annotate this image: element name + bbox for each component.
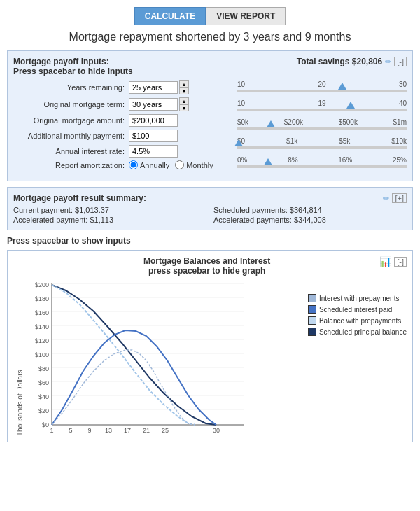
- original-term-row: Original mortgage term: ▲ ▼: [13, 97, 230, 111]
- legend-label-4: Scheduled principal balance: [319, 328, 407, 336]
- original-term-slider-track[interactable]: [237, 108, 407, 111]
- interest-rate-slider-row: 0% 8% 16% 25%: [237, 156, 407, 169]
- additional-payment-slider-thumb[interactable]: [234, 139, 243, 146]
- additional-payment-field: [129, 130, 178, 142]
- years-remaining-slider-track[interactable]: [237, 90, 407, 92]
- current-payment-label: Current payment:: [13, 206, 73, 214]
- interest-rate-slider-labels: 0% 8% 16% 25%: [237, 156, 407, 164]
- svg-text:25: 25: [162, 427, 169, 434]
- total-savings-text: Total savings $20,806: [297, 57, 383, 66]
- ir-mid1: 8%: [288, 156, 298, 164]
- years-remaining-down[interactable]: ▼: [179, 88, 189, 94]
- current-payment-value: $1,013.37: [75, 206, 109, 214]
- chart-title-line1: Mortgage Balances and Interest: [34, 256, 379, 266]
- accelerated-payments-value: $344,008: [294, 216, 326, 224]
- report-amortization-row: Report amortization: Annually Monthly: [13, 160, 230, 169]
- result-edit-icon[interactable]: ✏: [383, 194, 389, 203]
- accelerated-payments-label: Accelerated payments:: [214, 216, 292, 224]
- y-axis-label: Thousands of Dollars: [13, 280, 24, 436]
- yr-max: 30: [399, 80, 407, 88]
- chart-container: Thousands of Dollars $200 $180 $160 $140…: [13, 280, 407, 436]
- legend-item-2: Scheduled interest paid: [308, 305, 407, 314]
- legend-color-3: [308, 316, 316, 325]
- original-term-input[interactable]: [129, 98, 178, 111]
- chart-icons: 📊 [-]: [379, 256, 407, 267]
- inputs-subtitle: Press spacebar to hide inputs: [13, 66, 133, 76]
- ot-max: 40: [399, 99, 407, 107]
- interest-rate-slider-track[interactable]: [237, 165, 407, 168]
- accelerated-payment-value: $1,113: [90, 216, 113, 224]
- view-report-button[interactable]: VIEW REPORT: [206, 7, 286, 25]
- svg-text:$20: $20: [38, 407, 49, 414]
- svg-text:9: 9: [88, 427, 91, 434]
- result-grid: Current payment: $1,013.37 Scheduled pay…: [13, 206, 407, 224]
- result-expand-icon[interactable]: [+]: [392, 193, 407, 203]
- report-amortization-label: Report amortization:: [13, 161, 129, 169]
- mortgage-amount-slider-track[interactable]: [237, 127, 407, 130]
- mortgage-amount-input[interactable]: [129, 114, 178, 127]
- svg-text:$200: $200: [35, 281, 49, 288]
- original-term-label: Original mortgage term:: [13, 100, 129, 108]
- interest-rate-label: Annual interest rate:: [13, 147, 129, 155]
- original-term-up[interactable]: ▲: [179, 97, 189, 104]
- collapse-icon[interactable]: [-]: [394, 57, 407, 66]
- chart-header: Mortgage Balances and Interest press spa…: [13, 256, 407, 276]
- scheduled-payments-item: Scheduled payments: $364,814: [214, 206, 407, 214]
- interest-rate-row: Annual interest rate:: [13, 145, 230, 158]
- ap-mid2: $5k: [339, 137, 350, 145]
- annually-radio[interactable]: [129, 160, 138, 169]
- yr-mid: 20: [318, 80, 326, 88]
- mortgage-amount-slider-thumb[interactable]: [267, 120, 275, 127]
- chart-legend: Interest with prepayments Scheduled inte…: [308, 280, 407, 336]
- monthly-radio[interactable]: [175, 160, 184, 169]
- svg-text:$100: $100: [35, 351, 49, 358]
- mortgage-amount-field: [129, 114, 178, 127]
- additional-payment-slider-track[interactable]: [237, 146, 407, 149]
- accelerated-payment-label: Accelerated payment:: [13, 216, 88, 224]
- years-remaining-slider-thumb[interactable]: [338, 83, 346, 90]
- interest-rate-input[interactable]: [129, 145, 178, 158]
- chart-main: $200 $180 $160 $140 $120 $100 $80 $60 $4…: [24, 280, 407, 436]
- ir-min: 0%: [237, 156, 247, 164]
- legend-label-1: Interest with prepayments: [319, 295, 400, 302]
- svg-text:1: 1: [50, 427, 53, 434]
- chart-bar-icon[interactable]: 📊: [379, 256, 391, 267]
- ma-min: $0k: [237, 118, 248, 126]
- mortgage-amount-label: Original mortgage amount:: [13, 116, 129, 125]
- years-remaining-spinner: ▲ ▼: [179, 80, 189, 94]
- inputs-header: Mortgage payoff inputs: Press spacebar t…: [13, 57, 407, 76]
- years-remaining-up[interactable]: ▲: [179, 80, 189, 88]
- sliders-area: 10 20 30 10 19 40: [237, 80, 407, 175]
- svg-text:21: 21: [143, 427, 150, 434]
- svg-text:17: 17: [124, 427, 131, 434]
- inputs-title-block: Mortgage payoff inputs: Press spacebar t…: [13, 57, 133, 76]
- result-header: Mortgage payoff result summary: ✏ [+]: [13, 193, 407, 203]
- years-remaining-field: ▲ ▼: [129, 80, 189, 94]
- original-term-spinner: ▲ ▼: [179, 97, 189, 111]
- original-term-field: ▲ ▼: [129, 97, 189, 111]
- result-icons: ✏ [+]: [383, 193, 407, 203]
- chart-section: Mortgage Balances and Interest press spa…: [7, 250, 413, 442]
- inputs-section: Mortgage payoff inputs: Press spacebar t…: [7, 50, 413, 181]
- svg-text:30: 30: [213, 427, 220, 434]
- additional-payment-label: Additional monthly payment:: [13, 132, 129, 140]
- ma-mid1: $200k: [284, 118, 303, 126]
- legend-color-4: [308, 328, 316, 336]
- annually-option[interactable]: Annually: [129, 160, 169, 169]
- original-term-down[interactable]: ▼: [179, 104, 189, 111]
- additional-payment-input[interactable]: [129, 130, 178, 142]
- svg-text:$180: $180: [35, 295, 49, 302]
- mortgage-amount-slider-labels: $0k $200k $500k $1m: [237, 118, 407, 126]
- interest-rate-slider-thumb[interactable]: [264, 158, 272, 165]
- chart-area: $200 $180 $160 $140 $120 $100 $80 $60 $4…: [24, 280, 407, 436]
- calculate-button[interactable]: CALCULATE: [134, 7, 206, 25]
- svg-text:$120: $120: [35, 337, 49, 344]
- svg-text:$40: $40: [38, 393, 49, 400]
- chart-collapse-icon[interactable]: [-]: [394, 257, 407, 267]
- years-remaining-input[interactable]: [129, 81, 178, 94]
- monthly-option[interactable]: Monthly: [175, 160, 214, 169]
- original-term-slider-thumb[interactable]: [346, 102, 355, 108]
- accelerated-payments-item: Accelerated payments: $344,008: [214, 216, 407, 224]
- edit-icon[interactable]: ✏: [385, 57, 391, 66]
- chart-svg: $200 $180 $160 $140 $120 $100 $80 $60 $4…: [24, 280, 248, 434]
